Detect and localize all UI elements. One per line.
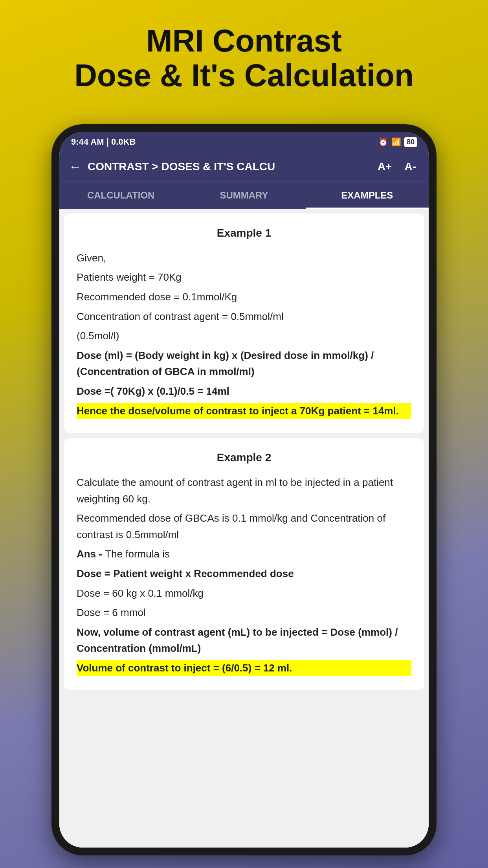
example1-line4: Concentration of contrast agent = 0.5mmo…: [77, 309, 411, 325]
alarm-icon: ⏰: [378, 137, 388, 147]
tab-examples[interactable]: EXAMPLES: [306, 182, 429, 209]
phone-device: 9:44 AM | 0.0KB ⏰ 📶 80 ← CONTRAST > DOSE…: [51, 124, 437, 855]
back-button[interactable]: ←: [69, 160, 81, 174]
example2-line2: Recommended dose of GBCAs is 0.1 mmol/kg…: [77, 510, 411, 543]
example2-title: Example 2: [77, 449, 411, 467]
page-title: MRI Contrast Dose & It's Calculation: [51, 24, 437, 93]
status-icons: ⏰ 📶 80: [378, 137, 417, 147]
example1-card: Example 1 Given, Patients weight = 70Kg …: [64, 213, 424, 433]
example1-result: Hence the dose/volume of contrast to inj…: [77, 403, 411, 419]
example2-line5: Dose = 60 kg x 0.1 mmol/kg: [77, 585, 411, 602]
toolbar-title: CONTRAST > DOSES & IT'S CALCU: [88, 160, 368, 173]
example1-line3: Recommended dose = 0.1mmol/Kg: [77, 289, 411, 305]
example1-title: Example 1: [77, 224, 411, 242]
example2-line6: Dose = 6 mmol: [77, 605, 411, 621]
status-bar: 9:44 AM | 0.0KB ⏰ 📶 80: [59, 132, 429, 152]
status-time: 9:44 AM | 0.0KB: [71, 137, 136, 147]
example1-formula: Dose (ml) = (Body weight in kg) x (Desir…: [77, 348, 411, 380]
toolbar: ← CONTRAST > DOSES & IT'S CALCU A+ A-: [59, 152, 429, 182]
font-decrease-button[interactable]: A-: [401, 159, 419, 175]
phone-screen: 9:44 AM | 0.0KB ⏰ 📶 80 ← CONTRAST > DOSE…: [59, 132, 429, 848]
battery-icon: 80: [404, 137, 417, 147]
example2-card: Example 2 Calculate the amount of contra…: [64, 438, 424, 690]
example2-line1: Calculate the amount of contrast agent i…: [77, 474, 411, 507]
tab-calculation[interactable]: CALCULATION: [59, 182, 182, 209]
signal-icon: 📶: [391, 137, 401, 147]
example1-line2: Patients weight = 70Kg: [77, 269, 411, 286]
font-increase-button[interactable]: A+: [374, 159, 395, 175]
tab-summary[interactable]: SUMMARY: [182, 182, 305, 209]
example1-line5: (0.5mol/l): [77, 328, 411, 344]
example1-line1: Given,: [77, 250, 411, 267]
example2-formula: Dose = Patient weight x Recommended dose: [77, 566, 411, 582]
content-area: Example 1 Given, Patients weight = 70Kg …: [59, 209, 429, 848]
tab-bar: CALCULATION SUMMARY EXAMPLES: [59, 182, 429, 209]
example2-line3: Ans - The formula is: [77, 546, 411, 563]
example2-ans-label: Ans -: [77, 548, 105, 560]
example2-volume-formula: Now, volume of contrast agent (mL) to be…: [77, 624, 411, 657]
example2-ans-text: The formula is: [105, 548, 170, 560]
example2-result: Volume of contrast to inject = (6/0.5) =…: [77, 660, 411, 677]
example1-calculation: Dose =( 70Kg) x (0.1)/0.5 = 14ml: [77, 383, 411, 400]
